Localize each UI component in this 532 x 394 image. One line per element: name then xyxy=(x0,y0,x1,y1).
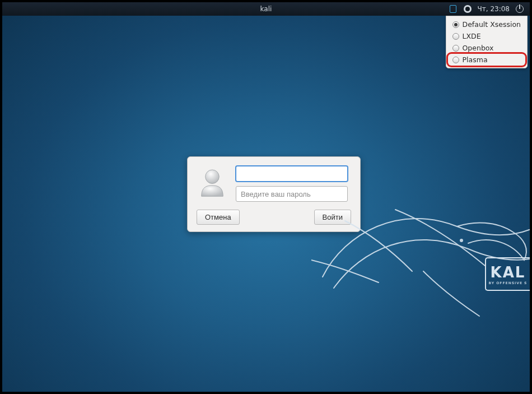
avatar xyxy=(197,166,228,197)
session-item-openbox[interactable]: Openbox xyxy=(448,42,525,54)
session-item-label: Default Xsession xyxy=(463,20,521,29)
user-icon xyxy=(197,166,228,197)
svg-point-0 xyxy=(206,170,220,184)
radio-icon xyxy=(452,45,459,52)
desktop-background: kali Чт, 23:08 Default XsessionLXDEOpenb… xyxy=(2,2,530,392)
session-item-label: Plasma xyxy=(463,55,488,64)
radio-icon xyxy=(452,57,459,63)
power-button[interactable] xyxy=(515,4,524,13)
radio-icon xyxy=(452,21,459,28)
badge-subtext: BY OFFENSIVE S xyxy=(489,281,528,285)
panel-right-group: Чт, 23:08 xyxy=(449,4,530,13)
cancel-button[interactable]: Отмена xyxy=(197,210,240,225)
power-icon xyxy=(516,5,524,13)
accessibility-icon xyxy=(464,5,472,13)
login-card: Отмена Войти xyxy=(187,156,361,232)
session-item-plasma[interactable]: Plasma xyxy=(448,54,525,66)
session-item-label: Openbox xyxy=(463,44,494,52)
wallpaper-kali-badge: KAL BY OFFENSIVE S xyxy=(485,257,530,291)
session-item-default-xsession[interactable]: Default Xsession xyxy=(448,18,525,30)
session-item-lxde[interactable]: LXDE xyxy=(448,30,525,42)
password-input[interactable] xyxy=(236,186,348,202)
accessibility-button[interactable] xyxy=(463,4,472,13)
login-button[interactable]: Войти xyxy=(314,210,351,225)
session-selector-button[interactable] xyxy=(449,4,458,13)
svg-point-1 xyxy=(460,239,463,242)
badge-text: KAL xyxy=(491,264,526,281)
hostname-label: kali xyxy=(260,5,272,13)
session-item-label: LXDE xyxy=(463,32,481,40)
clock-label: Чт, 23:08 xyxy=(478,5,510,13)
radio-icon xyxy=(452,33,459,40)
session-menu[interactable]: Default XsessionLXDEOpenboxPlasma xyxy=(446,16,528,68)
username-input[interactable] xyxy=(236,166,348,182)
top-panel: kali Чт, 23:08 xyxy=(2,2,530,16)
document-icon xyxy=(450,5,456,13)
